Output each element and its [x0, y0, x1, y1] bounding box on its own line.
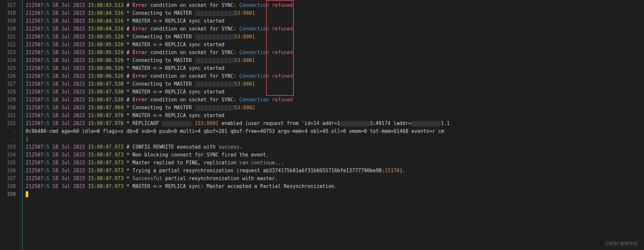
- line-number: 333: [0, 143, 19, 151]
- redacted-ip: [162, 121, 192, 126]
- log-line: [26, 190, 644, 198]
- log-line: 212507:S 18 Jul 2023 15:08:07.973 * Tryi…: [26, 167, 644, 175]
- line-number: 335: [0, 159, 19, 167]
- line-number: 318: [0, 9, 19, 17]
- line-number: 324: [0, 56, 19, 64]
- line-number: 331: [0, 112, 19, 119]
- redacted-ip: [195, 82, 234, 87]
- line-number: 326: [0, 72, 19, 80]
- line-number: 322: [0, 41, 19, 49]
- log-line: 212507:S 18 Jul 2023 15:08:05.520 * MAST…: [26, 41, 644, 49]
- log-line: 212507:S 18 Jul 2023 15:08:07.530 * Conn…: [26, 80, 644, 88]
- log-line: ): [26, 135, 644, 143]
- log-line: 212507:S 18 Jul 2023 15:08:07.970 * REPL…: [26, 119, 644, 127]
- log-line: 212507:S 18 Jul 2023 15:08:07.972 # CONF…: [26, 143, 644, 151]
- gutter-separator: [21, 0, 21, 250]
- log-line: 212507:S 18 Jul 2023 15:08:05.520 * Conn…: [26, 33, 644, 41]
- line-number: 334: [0, 151, 19, 159]
- log-line: 212507:S 18 Jul 2023 15:08:05.520 # Erro…: [26, 49, 644, 56]
- log-line: 212507:S 18 Jul 2023 15:08:06.526 * MAST…: [26, 64, 644, 72]
- redacted-ip: [411, 121, 441, 126]
- log-line: 212507:S 18 Jul 2023 15:08:07.969 * Conn…: [26, 104, 644, 112]
- log-line: 212507:S 18 Jul 2023 15:08:07.973 * MAST…: [26, 182, 644, 190]
- line-number: -: [0, 127, 19, 135]
- line-number: 337: [0, 175, 19, 182]
- line-number: 325: [0, 64, 19, 72]
- log-line: 212507:S 18 Jul 2023 15:08:04.516 * Conn…: [26, 9, 644, 17]
- line-number: -: [0, 135, 19, 143]
- line-number: 329: [0, 96, 19, 104]
- redacted-ip: [195, 34, 234, 40]
- code-area[interactable]: 212507:S 18 Jul 2023 15:08:03.513 # Erro…: [26, 1, 644, 198]
- log-line: 212507:S 18 Jul 2023 15:08:07.973 * Mast…: [26, 159, 644, 167]
- line-number: 336: [0, 167, 19, 175]
- redacted-ip: [340, 121, 370, 126]
- line-number-gutter: 3173183193203213223233243253263273283293…: [0, 0, 19, 198]
- watermark-text: CSDN @何中应: [605, 240, 638, 247]
- line-number: 332: [0, 119, 19, 127]
- line-number: 323: [0, 49, 19, 56]
- line-number: 339: [0, 190, 19, 198]
- log-line: 212507:S 18 Jul 2023 15:08:07.970 * MAST…: [26, 112, 644, 119]
- line-number: 338: [0, 182, 19, 190]
- redacted-ip: [195, 58, 234, 63]
- redacted-ip: [195, 105, 234, 111]
- log-line: 212507:S 18 Jul 2023 15:08:07.530 * MAST…: [26, 88, 644, 96]
- line-number: 319: [0, 17, 19, 25]
- log-line: 212507:S 18 Jul 2023 15:08:07.530 # Erro…: [26, 96, 644, 104]
- log-line: 212507:S 18 Jul 2023 15:08:04.516 # Erro…: [26, 25, 644, 33]
- line-number: 330: [0, 104, 19, 112]
- log-line: 0c9b486-cmd age=60 idle=0 flags=x db=0 s…: [26, 127, 644, 135]
- line-number: 321: [0, 33, 19, 41]
- log-line: 212507:S 18 Jul 2023 15:08:07.973 * Succ…: [26, 175, 644, 182]
- line-number: 317: [0, 1, 19, 9]
- bracket-guide: [22, 0, 23, 250]
- cursor: [26, 191, 28, 197]
- redacted-ip: [195, 11, 234, 16]
- log-line: 212507:S 18 Jul 2023 15:08:06.526 # Erro…: [26, 72, 644, 80]
- line-number: 327: [0, 80, 19, 88]
- log-line: 212507:S 18 Jul 2023 15:08:04.516 * MAST…: [26, 17, 644, 25]
- log-line: 212507:S 18 Jul 2023 15:08:07.973 * Non …: [26, 151, 644, 159]
- line-number: 328: [0, 88, 19, 96]
- code-editor[interactable]: 3173183193203213223233243253263273283293…: [0, 0, 644, 250]
- log-line: 212507:S 18 Jul 2023 15:08:06.526 * Conn…: [26, 56, 644, 64]
- line-number: 320: [0, 25, 19, 33]
- log-line: 212507:S 18 Jul 2023 15:08:03.513 # Erro…: [26, 1, 644, 9]
